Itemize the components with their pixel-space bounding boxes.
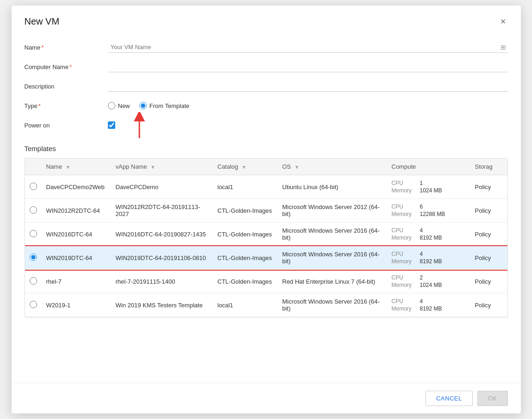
col-header-vapp[interactable]: vApp Name ▼: [111, 159, 213, 175]
vm-name-icon: ⊞: [501, 44, 508, 51]
row-storage: Policy: [470, 270, 507, 293]
row-os: Microsoft Windows Server 2016 (64-bit): [278, 222, 387, 246]
description-label: Description: [25, 83, 108, 90]
type-template-radio[interactable]: [139, 102, 147, 109]
table-header: Name ▼ vApp Name ▼ Catalog ▼ OS ▼: [25, 159, 507, 175]
close-button[interactable]: ×: [499, 15, 508, 28]
row-compute: CPU 4 Memory 8192 MB: [387, 246, 470, 270]
row-radio[interactable]: [30, 183, 37, 190]
cancel-button[interactable]: CANCEL: [426, 391, 473, 406]
name-row: Name* ⊞: [25, 40, 508, 55]
row-select-cell[interactable]: [25, 270, 42, 293]
row-compute: CPU 4 Memory 8192 MB: [387, 222, 470, 246]
col-header-select: [25, 159, 42, 175]
row-select-cell[interactable]: [25, 222, 42, 246]
row-vapp: WIN2012R2DTC-64-20191113-2027: [111, 199, 213, 222]
power-on-row: Power on: [25, 118, 508, 133]
row-storage: Policy: [470, 175, 507, 199]
name-input[interactable]: [108, 42, 501, 52]
ok-button[interactable]: OK: [477, 391, 508, 406]
type-new-radio[interactable]: [108, 102, 115, 109]
row-name: DaveCPCDemo2Web: [42, 175, 111, 199]
type-new-label: New: [118, 102, 130, 109]
catalog-sort-icon: ▼: [242, 165, 246, 170]
row-vapp: rhel-7-20191115-1400: [111, 270, 213, 293]
row-radio[interactable]: [30, 230, 37, 237]
computer-name-row: Computer Name* windows-2019: [25, 59, 508, 74]
row-vapp: WIN2019DTC-64-20191106-0810: [111, 246, 213, 270]
row-storage: Policy: [470, 293, 507, 317]
power-on-checkbox[interactable]: [108, 121, 115, 129]
row-select-cell[interactable]: [25, 199, 42, 222]
row-name: W2019-1: [42, 293, 111, 317]
row-radio[interactable]: [30, 301, 37, 308]
modal-footer: CANCEL OK: [12, 383, 521, 413]
templates-title: Templates: [25, 145, 508, 152]
row-name: rhel-7: [42, 270, 111, 293]
row-radio[interactable]: [30, 254, 37, 261]
row-catalog: CTL-Golden-Images: [213, 270, 278, 293]
row-catalog: CTL-Golden-Images: [213, 246, 278, 270]
table-row[interactable]: WIN2019DTC-64 WIN2019DTC-64-20191106-081…: [25, 246, 507, 270]
modal-body: Name* ⊞ Computer Name* windows-2019 Desc…: [12, 35, 521, 383]
row-select-cell[interactable]: [25, 175, 42, 199]
type-options: New From Template: [108, 102, 189, 109]
row-radio[interactable]: [30, 206, 37, 214]
modal-title: New VM: [25, 16, 60, 27]
os-sort-icon: ▼: [294, 165, 299, 170]
row-os: Microsoft Windows Server 2012 (64-bit): [278, 199, 387, 222]
row-os: Ubuntu Linux (64-bit): [278, 175, 387, 199]
type-template-option[interactable]: From Template: [139, 102, 189, 109]
row-name: WIN2012R2DTC-64: [42, 199, 111, 222]
col-header-compute: Compute: [387, 159, 470, 175]
power-on-label: Power on: [25, 122, 108, 129]
computer-name-label: Computer Name*: [25, 63, 108, 70]
row-select-cell[interactable]: [25, 293, 42, 317]
name-input-wrapper: ⊞: [108, 42, 508, 53]
new-vm-modal: New VM × Name* ⊞ Computer Name* windows-…: [12, 6, 521, 413]
row-vapp: DaveCPCDemo: [111, 175, 213, 199]
table-row[interactable]: WIN2012R2DTC-64 WIN2012R2DTC-64-20191113…: [25, 199, 507, 222]
table-body: DaveCPCDemo2Web DaveCPCDemo local1 Ubunt…: [25, 175, 507, 317]
row-catalog: CTL-Golden-Images: [213, 199, 278, 222]
row-os: Microsoft Windows Server 2016 (64-bit): [278, 293, 387, 317]
row-storage: Policy: [470, 199, 507, 222]
type-new-option[interactable]: New: [108, 102, 130, 109]
description-row: Description: [25, 79, 508, 94]
row-catalog: local1: [213, 175, 278, 199]
table-row[interactable]: rhel-7 rhel-7-20191115-1400 CTL-Golden-I…: [25, 270, 507, 293]
row-vapp: WIN2016DTC-64-20190827-1435: [111, 222, 213, 246]
row-catalog: local1: [213, 293, 278, 317]
name-label: Name*: [25, 44, 108, 51]
description-input[interactable]: [108, 81, 508, 92]
row-os: Microsoft Windows Server 2016 (64-bit): [278, 246, 387, 270]
table-row[interactable]: DaveCPCDemo2Web DaveCPCDemo local1 Ubunt…: [25, 175, 507, 199]
row-compute: CPU 2 Memory 1024 MB: [387, 270, 470, 293]
row-vapp: Win 2019 KMS Testers Template: [111, 293, 213, 317]
templates-table-container: Name ▼ vApp Name ▼ Catalog ▼ OS ▼: [25, 158, 508, 317]
col-header-catalog[interactable]: Catalog ▼: [213, 159, 278, 175]
row-storage: Policy: [470, 222, 507, 246]
row-radio[interactable]: [30, 277, 37, 285]
col-header-name[interactable]: Name ▼: [42, 159, 111, 175]
col-header-os[interactable]: OS ▼: [278, 159, 387, 175]
row-select-cell[interactable]: [25, 246, 42, 270]
red-arrow-indicator: [130, 112, 149, 140]
table-row[interactable]: WIN2016DTC-64 WIN2016DTC-64-20190827-143…: [25, 222, 507, 246]
table-row[interactable]: W2019-1 Win 2019 KMS Testers Template lo…: [25, 293, 507, 317]
row-name: WIN2019DTC-64: [42, 246, 111, 270]
row-compute: CPU 1 Memory 1024 MB: [387, 175, 470, 199]
row-compute: CPU 6 Memory 12288 MB: [387, 199, 470, 222]
type-row: Type* New From Template: [25, 98, 508, 113]
templates-section: Templates Name ▼ vApp Name ▼: [25, 145, 508, 317]
row-os: Red Hat Enterprise Linux 7 (64-bit): [278, 270, 387, 293]
row-name: WIN2016DTC-64: [42, 222, 111, 246]
type-label: Type*: [25, 102, 108, 109]
modal-header: New VM ×: [12, 6, 521, 35]
type-template-label: From Template: [150, 102, 189, 109]
name-sort-icon: ▼: [66, 165, 70, 170]
computer-name-input[interactable]: windows-2019: [108, 61, 508, 72]
vapp-sort-icon: ▼: [150, 165, 155, 170]
col-header-storage: Storag: [470, 159, 507, 175]
row-storage: Policy: [470, 246, 507, 270]
